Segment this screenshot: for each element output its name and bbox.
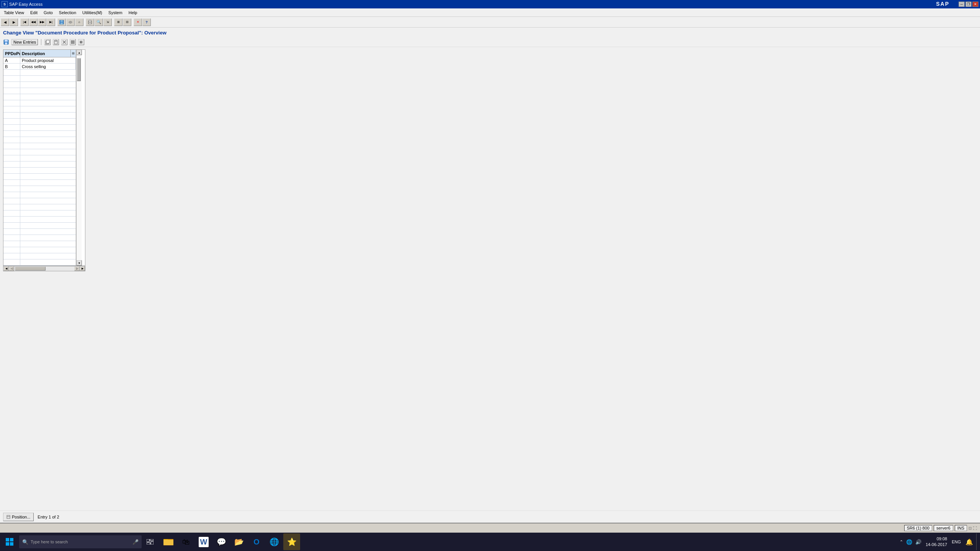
empty-table-row[interactable] [3, 137, 76, 143]
menu-table-view[interactable]: Table View [1, 10, 27, 16]
tray-time[interactable]: 09:08 14-06-2017 [923, 536, 949, 548]
find-next-button[interactable]: ⇲ [103, 18, 112, 26]
print-button[interactable] [86, 18, 94, 26]
expand-button[interactable]: ⊞ [114, 18, 122, 26]
save-action-icon[interactable] [3, 39, 9, 45]
empty-table-row[interactable] [3, 198, 76, 204]
empty-table-row[interactable] [3, 253, 76, 259]
scroll-up-button[interactable]: ▲ [77, 50, 82, 55]
taskbar-app-store[interactable]: 🛍 [178, 533, 194, 550]
empty-table-row[interactable] [3, 149, 76, 155]
empty-table-row[interactable] [3, 119, 76, 125]
forward-button[interactable]: ▶ [10, 18, 18, 26]
position-button[interactable]: Position... [3, 513, 34, 521]
h-scroll-thumb[interactable] [15, 267, 46, 271]
empty-table-row[interactable] [3, 210, 76, 217]
new-entries-button[interactable]: New Entries [11, 39, 38, 45]
shortcut-button[interactable]: ⌂ [75, 18, 83, 26]
cancel-button[interactable]: ✕ [134, 18, 142, 26]
empty-table-row[interactable] [3, 223, 76, 229]
minimize-button[interactable]: ─ [959, 2, 965, 7]
help-toolbar-button[interactable]: ? [142, 18, 151, 26]
taskbar-app-word[interactable]: W [195, 533, 212, 550]
paste-icon[interactable] [53, 39, 59, 45]
table-header-icon[interactable]: ⊟ [70, 50, 76, 57]
start-button[interactable] [0, 533, 19, 551]
column-header-description[interactable]: Description [20, 50, 76, 57]
scroll-right-button[interactable]: ▶ [80, 266, 85, 271]
menu-system[interactable]: System [105, 10, 126, 16]
table-row[interactable]: A Product proposal [3, 57, 76, 64]
empty-table-row[interactable] [3, 106, 76, 112]
show-desktop-button[interactable] [976, 533, 978, 550]
scroll-thumb[interactable] [77, 58, 81, 81]
taskbar-app-files[interactable]: 📂 [230, 533, 247, 550]
empty-table-row[interactable] [3, 229, 76, 235]
scroll-right-2-button[interactable]: ▷ [74, 266, 80, 271]
scroll-down-button[interactable]: ▼ [77, 260, 82, 266]
prev-page-button[interactable]: ◀◀ [29, 18, 38, 26]
back-button[interactable]: ◀ [1, 18, 9, 26]
empty-table-row[interactable] [3, 76, 76, 82]
empty-table-row[interactable] [3, 82, 76, 88]
first-page-button[interactable]: |◀ [20, 18, 29, 26]
empty-table-row[interactable] [3, 204, 76, 210]
mic-icon[interactable]: 🎤 [132, 539, 139, 545]
empty-table-row[interactable] [3, 186, 76, 192]
discard-button[interactable] [66, 18, 75, 26]
notification-center-icon[interactable]: 🔔 [963, 538, 975, 546]
taskbar-app-explorer[interactable] [160, 533, 177, 550]
taskbar-app-chrome[interactable]: 🌐 [266, 533, 283, 550]
search-bar[interactable]: 🔍 Type here to search 🎤 [19, 535, 142, 548]
empty-table-row[interactable] [3, 259, 76, 266]
empty-table-row[interactable] [3, 131, 76, 137]
empty-table-row[interactable] [3, 180, 76, 186]
empty-table-row[interactable] [3, 100, 76, 106]
empty-table-row[interactable] [3, 94, 76, 100]
empty-table-row[interactable] [3, 241, 76, 247]
menu-selection[interactable]: Selection [56, 10, 79, 16]
taskbar-app-extra[interactable]: ⭐ [283, 533, 300, 550]
column-header-ppdopr[interactable]: PPDoPr [3, 50, 20, 57]
save-toolbar-button[interactable] [57, 18, 66, 26]
empty-table-row[interactable] [3, 143, 76, 149]
resize-icon[interactable]: ⊡ [969, 526, 972, 530]
empty-table-row[interactable] [3, 88, 76, 94]
next-page-button[interactable]: ▶▶ [38, 18, 46, 26]
empty-table-row[interactable] [3, 155, 76, 161]
network-icon[interactable]: 🌐 [905, 539, 913, 545]
empty-table-row[interactable] [3, 247, 76, 253]
find-button[interactable]: 🔍 [95, 18, 103, 26]
tray-arrow[interactable]: ⌃ [898, 540, 904, 544]
menu-utilities[interactable]: Utilities(M) [79, 10, 105, 16]
language-indicator[interactable]: INS ENG [950, 540, 962, 544]
empty-table-row[interactable] [3, 174, 76, 180]
fullscreen-icon[interactable]: ⛶ [973, 526, 977, 530]
taskbar-app-outlook[interactable]: O [248, 533, 265, 550]
title-bar-controls[interactable]: ─ ❐ ✕ [959, 2, 978, 7]
empty-table-row[interactable] [3, 235, 76, 241]
scroll-left-2-button[interactable]: ◁ [9, 266, 14, 271]
empty-table-row[interactable] [3, 112, 76, 119]
restore-button[interactable]: ❐ [965, 2, 972, 7]
scroll-left-button[interactable]: ◀ [3, 266, 9, 271]
taskbar-app-skype[interactable]: 💬 [213, 533, 230, 550]
menu-edit[interactable]: Edit [27, 10, 41, 16]
volume-icon[interactable]: 🔊 [914, 539, 923, 545]
task-view-button[interactable] [142, 533, 158, 550]
close-button[interactable]: ✕ [972, 2, 978, 7]
table-settings-icon[interactable] [70, 39, 76, 45]
empty-table-row[interactable] [3, 161, 76, 168]
last-page-button[interactable]: ▶| [47, 18, 55, 26]
empty-table-row[interactable] [3, 217, 76, 223]
menu-goto[interactable]: Goto [41, 10, 56, 16]
empty-table-row[interactable] [3, 70, 76, 76]
empty-table-row[interactable] [3, 168, 76, 174]
table-row[interactable]: B Cross selling [3, 64, 76, 70]
empty-table-row[interactable] [3, 125, 76, 131]
select-all-icon[interactable]: ⊞ [78, 39, 84, 45]
empty-table-row[interactable] [3, 192, 76, 198]
menu-help[interactable]: Help [126, 10, 140, 16]
collapse-button[interactable]: ⊟ [123, 18, 131, 26]
copy-details-icon[interactable] [44, 39, 51, 45]
